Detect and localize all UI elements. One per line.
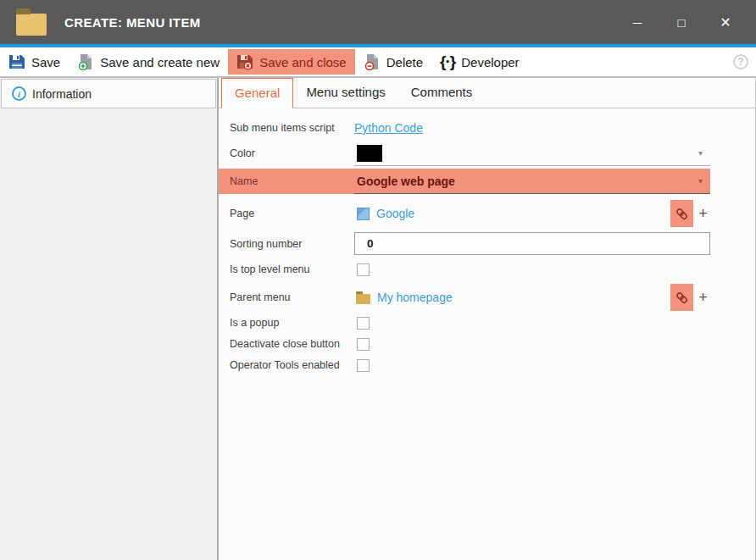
delete-label: Delete	[386, 55, 423, 69]
is-a-popup-label: Is a popup	[230, 317, 354, 329]
is-top-level-menu-row: Is top level menu	[219, 259, 755, 280]
delete-button[interactable]: Delete	[355, 49, 431, 75]
page-link-button[interactable]	[670, 200, 693, 227]
save-and-close-label: Save and close	[259, 55, 347, 69]
name-value: Google web page	[357, 175, 455, 188]
sub-menu-items-script-label: Sub menu items script	[230, 122, 354, 134]
tab-menu-settings[interactable]: Menu settings	[293, 78, 397, 108]
maximize-button[interactable]: □	[659, 4, 703, 40]
parent-menu-label: Parent menu	[230, 291, 354, 303]
deactivate-close-button-checkbox[interactable]	[357, 338, 370, 351]
operator-tools-enabled-checkbox[interactable]	[357, 359, 370, 372]
sub-menu-items-script-row: Sub menu items script Python Code	[219, 117, 755, 139]
page-icon	[357, 208, 370, 220]
form-content: Sub menu items script Python Code Color …	[219, 108, 755, 560]
color-dropdown[interactable]: ▾	[354, 141, 710, 166]
floppy-disk-close-icon	[236, 53, 253, 70]
folder-icon	[16, 14, 47, 36]
is-top-level-menu-checkbox[interactable]	[357, 263, 370, 276]
title-bar: CREATE: MENU ITEM ─ □ ✕	[0, 0, 756, 44]
main-area: i Information General Menu settings Comm…	[0, 78, 756, 560]
parent-menu-row: Parent menu My homepage +	[219, 283, 755, 312]
info-icon: i	[12, 86, 26, 101]
code-braces-icon: {·}	[440, 53, 455, 70]
save-label: Save	[31, 55, 60, 69]
developer-button[interactable]: {·} Developer	[431, 49, 528, 75]
minimize-button[interactable]: ─	[615, 4, 659, 40]
color-row: Color ▾	[219, 141, 755, 166]
close-button[interactable]: ✕	[703, 4, 748, 40]
chain-link-icon	[675, 207, 689, 221]
window-title: CREATE: MENU ITEM	[64, 15, 201, 30]
is-a-popup-row: Is a popup	[219, 313, 755, 332]
operator-tools-enabled-label: Operator Tools enabled	[230, 359, 354, 371]
save-and-create-new-button[interactable]: Save and create new	[69, 49, 228, 75]
page-label: Page	[230, 208, 354, 219]
chevron-down-icon[interactable]: ▾	[698, 148, 703, 158]
information-label: Information	[32, 87, 92, 101]
help-icon[interactable]: ?	[733, 54, 748, 69]
tab-general[interactable]: General	[221, 78, 293, 108]
parent-menu-link-button[interactable]	[670, 284, 693, 311]
folder-icon	[356, 294, 370, 304]
developer-label: Developer	[461, 55, 519, 69]
page-row: Page Google +	[219, 200, 755, 227]
floppy-disk-icon	[8, 53, 25, 70]
color-label: Color	[230, 147, 354, 159]
chevron-down-icon[interactable]: ▾	[698, 176, 703, 186]
sorting-number-row: Sorting number	[219, 232, 755, 255]
chain-link-icon	[675, 291, 689, 305]
parent-menu-value-link[interactable]: My homepage	[377, 291, 453, 304]
deactivate-close-button-row: Deactivate close button	[219, 335, 755, 353]
is-top-level-menu-label: Is top level menu	[230, 263, 354, 275]
save-button[interactable]: Save	[0, 49, 69, 75]
left-panel: i Information	[0, 78, 219, 560]
sorting-number-label: Sorting number	[230, 238, 354, 250]
page-value-link[interactable]: Google	[376, 207, 414, 220]
tab-comments[interactable]: Comments	[398, 78, 486, 108]
page-add-button[interactable]: +	[696, 205, 710, 222]
document-minus-icon	[364, 53, 381, 70]
tab-bar: General Menu settings Comments	[219, 78, 755, 108]
toolbar: Save Save and create new	[0, 47, 756, 78]
window-controls: ─ □ ✕	[615, 4, 748, 40]
name-label: Name	[230, 175, 354, 187]
information-group-header[interactable]: i Information	[1, 79, 216, 108]
is-a-popup-checkbox[interactable]	[357, 317, 370, 330]
document-plus-icon	[77, 53, 94, 70]
right-panel: General Menu settings Comments Sub menu …	[219, 78, 756, 560]
name-dropdown[interactable]: Google web page ▾	[354, 169, 710, 194]
python-code-link[interactable]: Python Code	[354, 121, 423, 135]
save-and-close-button[interactable]: Save and close	[228, 49, 355, 75]
deactivate-close-button-label: Deactivate close button	[230, 338, 354, 350]
sorting-number-input[interactable]	[354, 232, 710, 255]
name-row: Name Google web page ▾	[219, 169, 710, 194]
save-and-create-new-label: Save and create new	[100, 55, 220, 69]
color-swatch	[357, 145, 382, 162]
parent-menu-add-button[interactable]: +	[696, 289, 710, 306]
operator-tools-enabled-row: Operator Tools enabled	[219, 356, 755, 374]
